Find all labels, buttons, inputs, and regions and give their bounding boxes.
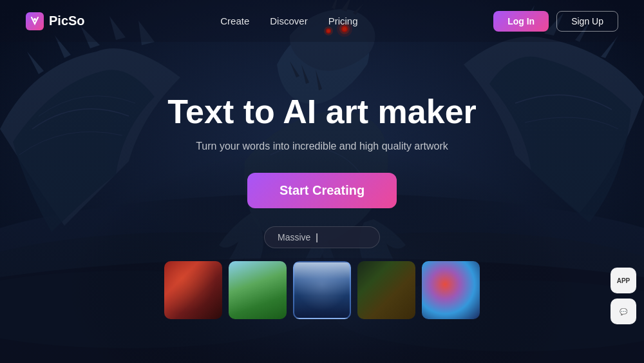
chat-button[interactable]: 💬 xyxy=(611,299,636,324)
thumbnail-4[interactable] xyxy=(357,261,415,319)
navbar: PicSo Create Discover Pricing Log In Sig… xyxy=(0,0,644,42)
thumbnail-5[interactable] xyxy=(422,261,480,319)
start-creating-button[interactable]: Start Creating xyxy=(247,173,397,208)
logo-text: PicSo xyxy=(49,14,85,28)
app-button-label: APP xyxy=(617,277,630,284)
signup-button[interactable]: Sign Up xyxy=(556,11,618,32)
nav-buttons: Log In Sign Up xyxy=(493,11,618,32)
hero-subtitle: Turn your words into incredible and high… xyxy=(0,141,644,152)
nav-create[interactable]: Create xyxy=(220,15,249,26)
login-button[interactable]: Log In xyxy=(493,11,549,32)
thumbnail-2[interactable] xyxy=(229,261,287,319)
chat-icon: 💬 xyxy=(620,308,627,315)
search-placeholder: Massive xyxy=(278,232,310,242)
thumbnail-row xyxy=(0,261,644,319)
search-bar[interactable]: Massive | xyxy=(264,226,380,248)
svg-point-17 xyxy=(33,18,36,21)
nav-pricing[interactable]: Pricing xyxy=(328,15,358,26)
side-buttons: APP 💬 xyxy=(611,268,636,324)
search-container: Massive | xyxy=(0,226,644,248)
app-button[interactable]: APP xyxy=(611,268,636,293)
search-cursor: | xyxy=(316,232,318,242)
logo-icon xyxy=(26,12,44,30)
nav-discover[interactable]: Discover xyxy=(270,15,307,26)
logo[interactable]: PicSo xyxy=(26,12,85,30)
thumbnail-3[interactable] xyxy=(293,261,351,319)
hero-section: Text to AI art maker Turn your words int… xyxy=(0,42,644,248)
thumbnail-1[interactable] xyxy=(164,261,222,319)
hero-title: Text to AI art maker xyxy=(0,93,644,130)
nav-links: Create Discover Pricing xyxy=(220,15,357,26)
